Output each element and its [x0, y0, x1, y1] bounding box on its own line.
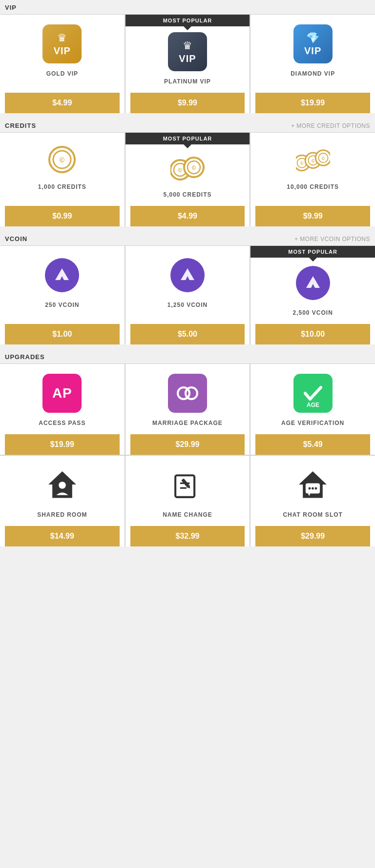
upgrades-section: UPGRADES AP ACCESS PASS $19.99 MARRIAGE … [0, 349, 375, 551]
vip-section-header: VIP [0, 0, 375, 14]
1000-credits-price-button[interactable]: $0.99 [5, 206, 120, 226]
name-change-label: NAME CHANGE [163, 511, 212, 518]
crown-icon: ♛ [57, 32, 67, 44]
vip-label: VIP [304, 45, 321, 57]
marriage-package-card: MARRIAGE PACKAGE $29.99 [125, 364, 250, 455]
2500-vcoin-label: 2,500 VCOIN [292, 309, 333, 316]
credits-grid: © 1,000 CREDITS $0.99 MOST POPULAR © © 5… [0, 132, 375, 226]
name-change-card: NAME CHANGE $32.99 [125, 456, 250, 546]
name-change-price-button[interactable]: $32.99 [130, 526, 245, 546]
marriage-package-icon [168, 374, 207, 413]
age-verification-price-button[interactable]: $5.49 [255, 434, 370, 455]
shared-room-icon [42, 465, 82, 505]
1250-vcoin-card: 1,250 VCOIN $5.00 [125, 246, 250, 344]
5000-credits-price-button[interactable]: $4.99 [130, 206, 245, 226]
marriage-badge [168, 374, 207, 413]
vcoin-logo-svg [53, 266, 71, 284]
gold-vip-price-button[interactable]: $4.99 [5, 93, 120, 113]
chat-room-slot-price-button[interactable]: $29.99 [255, 526, 370, 546]
2500-vcoin-price-button[interactable]: $10.00 [255, 324, 370, 344]
1250-vcoin-icon [168, 256, 207, 295]
single-coin-svg: © [47, 145, 77, 174]
credits-more-link[interactable]: + MORE CREDIT OPTIONS [291, 122, 370, 129]
age-badge: AGE [293, 374, 333, 413]
10000-credits-card: © © © 10,000 CREDITS $9.99 [250, 133, 375, 226]
svg-text:©: © [192, 164, 196, 171]
svg-point-30 [309, 487, 311, 489]
vip-label: VIP [54, 45, 71, 57]
vcoin-symbol [45, 258, 79, 292]
upgrades-grid: AP ACCESS PASS $19.99 MARRIAGE PACKAGE $… [0, 363, 375, 546]
vcoin-more-link[interactable]: + MORE VCOIN OPTIONS [294, 236, 370, 242]
diamond-vip-icon: 💎 VIP [293, 24, 333, 63]
shared-room-card: SHARED ROOM $14.99 [0, 456, 125, 546]
access-pass-icon: AP [42, 374, 82, 413]
crown-icon: ♛ [183, 40, 192, 52]
svg-point-31 [312, 487, 314, 489]
diamond-vip-badge: 💎 VIP [293, 24, 333, 63]
chat-room-slot-card: CHAT ROOM SLOT $29.99 [250, 456, 375, 546]
5000-credits-popular-badge: MOST POPULAR [125, 133, 250, 144]
svg-text:©: © [321, 156, 325, 161]
250-vcoin-icon [42, 256, 82, 295]
vip-section-title: VIP [5, 4, 17, 11]
vcoin-symbol [170, 258, 205, 292]
1000-credits-card: © 1,000 CREDITS $0.99 [0, 133, 125, 226]
250-vcoin-price-button[interactable]: $1.00 [5, 324, 120, 344]
credits-section: CREDITS + MORE CREDIT OPTIONS © 1,000 CR… [0, 118, 375, 231]
svg-text:©: © [300, 161, 304, 166]
250-vcoin-card: 250 VCOIN $1.00 [0, 246, 125, 344]
vcoin-logo-svg [179, 266, 196, 284]
credits-section-title: CREDITS [5, 122, 36, 129]
svg-point-22 [59, 482, 66, 489]
1000-credits-label: 1,000 CREDITS [38, 183, 86, 190]
access-pass-card: AP ACCESS PASS $19.99 [0, 364, 125, 455]
platinum-vip-icon: ♛ VIP [168, 32, 207, 71]
svg-text:©: © [311, 159, 314, 163]
marriage-package-price-button[interactable]: $29.99 [130, 434, 245, 455]
platinum-vip-label: PLATINUM VIP [164, 78, 211, 85]
2500-vcoin-card: MOST POPULAR 2,500 VCOIN $10.00 [250, 246, 375, 344]
gold-vip-label: GOLD VIP [46, 70, 78, 77]
1250-vcoin-price-button[interactable]: $5.00 [130, 324, 245, 344]
diamond-vip-label: DIAMOND VIP [291, 70, 335, 77]
platinum-vip-popular-badge: MOST POPULAR [125, 15, 250, 26]
10000-credits-price-button[interactable]: $9.99 [255, 206, 370, 226]
upgrades-section-header: UPGRADES [0, 349, 375, 363]
age-verification-icon: AGE [293, 374, 333, 413]
diamond-icon: 💎 [306, 32, 319, 44]
svg-point-19 [186, 387, 197, 399]
250-vcoin-label: 250 VCOIN [45, 302, 79, 308]
diamond-vip-price-button[interactable]: $19.99 [255, 93, 370, 113]
age-svg: AGE [298, 379, 328, 408]
vcoin-section-header: VCOIN + MORE VCOIN OPTIONS [0, 231, 375, 245]
house-chat-svg [297, 469, 329, 501]
access-pass-label: ACCESS PASS [39, 420, 85, 426]
marriage-package-label: MARRIAGE PACKAGE [152, 420, 223, 426]
diamond-vip-card: 💎 VIP DIAMOND VIP $19.99 [250, 15, 375, 113]
vcoin-logo-svg [304, 274, 322, 292]
platinum-vip-price-button[interactable]: $9.99 [130, 93, 245, 113]
age-verification-card: AGE AGE VERIFICATION $5.49 [250, 364, 375, 455]
credits-section-header: CREDITS + MORE CREDIT OPTIONS [0, 118, 375, 132]
svg-text:©: © [178, 167, 183, 174]
vcoin-grid: 250 VCOIN $1.00 1,250 VCOIN $5.00 MOST P… [0, 245, 375, 344]
2500-vcoin-icon [293, 263, 333, 303]
name-change-icon [168, 465, 207, 505]
house-person-svg [46, 469, 78, 501]
5000-credits-label: 5,000 CREDITS [163, 191, 211, 198]
vip-label: VIP [179, 53, 196, 64]
gold-vip-card: ♛ VIP GOLD VIP $4.99 [0, 15, 125, 113]
rings-svg [175, 381, 200, 405]
ap-badge: AP [42, 374, 82, 413]
10000-credits-label: 10,000 CREDITS [287, 183, 339, 190]
vcoin-section: VCOIN + MORE VCOIN OPTIONS 250 VCOIN $1.… [0, 231, 375, 349]
svg-text:©: © [60, 156, 65, 164]
svg-point-32 [315, 487, 317, 489]
svg-rect-23 [176, 475, 195, 497]
edit-svg [171, 469, 203, 501]
vcoin-section-title: VCOIN [5, 235, 27, 242]
double-coin-svg: © © [170, 153, 205, 182]
access-pass-price-button[interactable]: $19.99 [5, 434, 120, 455]
shared-room-price-button[interactable]: $14.99 [5, 526, 120, 546]
